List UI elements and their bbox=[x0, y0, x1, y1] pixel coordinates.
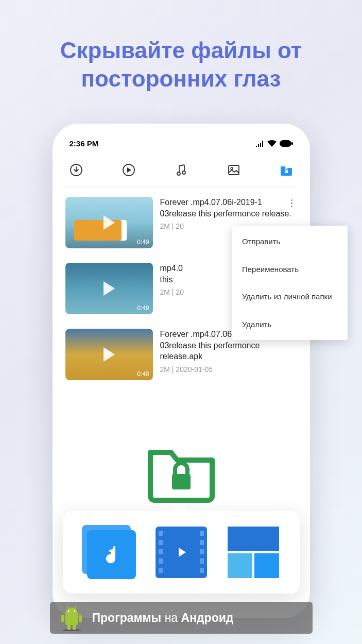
more-button[interactable] bbox=[287, 198, 297, 208]
svg-rect-6 bbox=[285, 171, 288, 173]
video-duration: 0:49 bbox=[137, 304, 149, 312]
tab-images[interactable] bbox=[227, 163, 240, 177]
svg-rect-4 bbox=[229, 165, 239, 175]
wifi-icon bbox=[267, 140, 277, 147]
svg-rect-7 bbox=[172, 474, 191, 489]
headline-line-2: посторонних глаз bbox=[0, 64, 362, 93]
svg-rect-10 bbox=[65, 615, 78, 625]
banner-plain: на bbox=[165, 611, 181, 624]
film-card-icon bbox=[156, 527, 207, 578]
svg-line-17 bbox=[67, 606, 68, 608]
svg-point-8 bbox=[107, 556, 114, 563]
image-icon bbox=[227, 163, 240, 177]
video-thumbnail[interactable]: 0:49 bbox=[65, 263, 153, 314]
music-card-icon bbox=[87, 530, 136, 579]
play-icon bbox=[104, 281, 115, 296]
svg-rect-11 bbox=[61, 615, 64, 622]
menu-item-send[interactable]: Отправить bbox=[232, 228, 348, 256]
tab-private[interactable] bbox=[280, 163, 293, 177]
panel-item-video[interactable] bbox=[153, 524, 210, 581]
play-icon bbox=[104, 347, 115, 362]
file-meta: 2M | 2020-01-05 bbox=[160, 365, 297, 374]
svg-point-5 bbox=[231, 167, 233, 170]
svg-rect-0 bbox=[280, 140, 291, 147]
category-tabs bbox=[65, 158, 297, 187]
menu-item-delete[interactable]: Удалить bbox=[232, 311, 348, 338]
tab-downloads[interactable] bbox=[70, 163, 83, 177]
svg-point-15 bbox=[67, 611, 69, 612]
play-icon bbox=[104, 215, 115, 230]
download-icon bbox=[70, 163, 83, 177]
menu-item-rename[interactable]: Переименовать bbox=[232, 256, 348, 283]
video-duration: 0:49 bbox=[137, 239, 149, 246]
svg-rect-14 bbox=[73, 624, 76, 630]
status-bar: 2:36 PM bbox=[65, 139, 297, 158]
context-menu: Отправить Переименовать Удалить из лично… bbox=[232, 226, 348, 340]
svg-line-18 bbox=[75, 606, 76, 608]
banner-text: Программы на Андроид bbox=[92, 611, 234, 625]
file-type-panel bbox=[63, 511, 300, 594]
file-title: Forever .mp4.07.06i-2019-1 03release thi… bbox=[160, 197, 297, 219]
battery-icon bbox=[280, 140, 293, 147]
android-banner[interactable]: Программы на Андроид bbox=[50, 602, 313, 634]
status-time: 2:36 PM bbox=[70, 139, 99, 148]
svg-rect-1 bbox=[291, 142, 293, 145]
signal-icon bbox=[256, 141, 264, 147]
banner-bold-2: Андроид bbox=[181, 611, 234, 624]
promo-headline: Скрывайте файлы от посторонних глаз bbox=[0, 0, 362, 93]
svg-rect-12 bbox=[79, 615, 82, 622]
tab-music[interactable] bbox=[175, 163, 188, 177]
svg-point-16 bbox=[74, 611, 75, 612]
menu-item-remove-private[interactable]: Удалить из личной папки bbox=[232, 283, 348, 311]
video-duration: 0:49 bbox=[137, 370, 149, 378]
panel-item-music[interactable] bbox=[81, 524, 137, 581]
panel-item-grid[interactable] bbox=[225, 524, 282, 581]
video-thumbnail[interactable]: 0:49 bbox=[65, 329, 153, 380]
lock-folder-large-icon bbox=[145, 442, 217, 504]
lock-folder-icon bbox=[280, 163, 293, 177]
svg-rect-13 bbox=[67, 624, 71, 630]
grid-card-icon bbox=[228, 527, 279, 578]
play-circle-icon bbox=[122, 163, 135, 177]
svg-point-9 bbox=[62, 629, 81, 631]
android-robot-icon bbox=[59, 604, 84, 631]
banner-bold-1: Программы bbox=[92, 611, 165, 624]
status-icons bbox=[256, 140, 293, 147]
tab-video[interactable] bbox=[122, 163, 135, 177]
headline-line-1: Скрывайте файлы от bbox=[0, 36, 362, 64]
video-thumbnail[interactable]: 0:49 bbox=[65, 197, 153, 248]
private-folder-graphic bbox=[145, 442, 217, 506]
music-icon bbox=[175, 163, 188, 177]
